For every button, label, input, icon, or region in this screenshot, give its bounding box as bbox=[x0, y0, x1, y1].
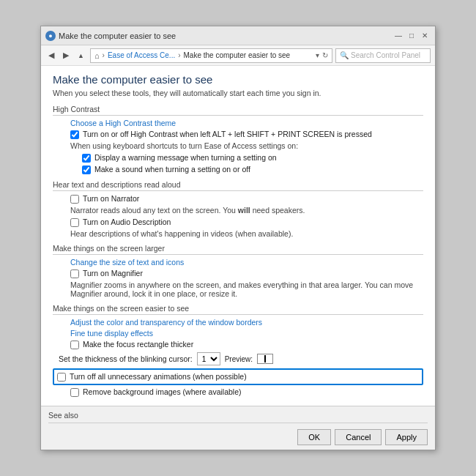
cursor-thickness-row: Set the thickness of the blinking cursor… bbox=[59, 352, 423, 365]
page-title: Make the computer easier to see bbox=[53, 73, 423, 86]
checkbox-warning-message: Display a warning message when turning a… bbox=[82, 153, 423, 163]
page-subtitle: When you select these tools, they will a… bbox=[53, 89, 423, 97]
checkbox-high-contrast-shortcut-input[interactable] bbox=[70, 130, 79, 139]
cancel-button[interactable]: Cancel bbox=[335, 429, 382, 445]
dropdown-arrow[interactable]: ▾ bbox=[316, 51, 319, 59]
keyboard-shortcut-description: When using keyboard shortcuts to turn Ea… bbox=[70, 141, 423, 150]
checkbox-focus-rectangle: Make the focus rectangle thicker bbox=[70, 340, 423, 349]
link-color-transparency[interactable]: Adjust the color and transparency of the… bbox=[70, 318, 423, 327]
narrator-description: Narrator reads aloud any text on the scr… bbox=[70, 206, 423, 215]
search-box[interactable]: 🔍 Search Control Panel bbox=[335, 48, 431, 63]
section-high-contrast: High Contrast bbox=[53, 105, 423, 116]
checkbox-warning-message-label: Display a warning message when turning a… bbox=[94, 153, 277, 162]
checkbox-make-sound-label: Make a sound when turning a setting on o… bbox=[94, 165, 250, 174]
checkbox-magnifier-input[interactable] bbox=[70, 269, 79, 278]
section-magnifier: Make things on the screen larger bbox=[53, 244, 423, 255]
section-easier-to-see: Make things on the screen easier to see bbox=[53, 304, 423, 315]
checkbox-narrator-label: Turn on Narrator bbox=[83, 194, 139, 203]
main-window: ● Make the computer easier to see — □ ✕ … bbox=[40, 26, 436, 450]
magnifier-description: Magnifier zooms in anywhere on the scree… bbox=[70, 280, 423, 298]
checkbox-background-images-label: Remove background images (where availabl… bbox=[83, 387, 242, 396]
apply-button[interactable]: Apply bbox=[385, 429, 428, 445]
minimize-button[interactable]: — bbox=[393, 30, 404, 42]
close-button[interactable]: ✕ bbox=[419, 30, 431, 42]
title-bar: ● Make the computer easier to see — □ ✕ bbox=[41, 26, 435, 45]
checkbox-focus-rectangle-input[interactable] bbox=[70, 341, 79, 349]
breadcrumb-separator-2: › bbox=[178, 51, 180, 59]
checkbox-narrator-input[interactable] bbox=[70, 195, 79, 204]
checkbox-animations: Turn off all unnecessary animations (whe… bbox=[57, 372, 419, 382]
checkbox-animations-input[interactable] bbox=[57, 373, 66, 382]
search-icon: 🔍 bbox=[340, 51, 349, 59]
cursor-thickness-select[interactable]: 1 2 3 4 5 bbox=[197, 352, 220, 365]
section-narrator: Hear text and descriptions read aloud bbox=[53, 180, 423, 191]
checkbox-magnifier: Turn on Magnifier bbox=[70, 269, 423, 278]
audio-description-description: Hear descriptions of what's happening in… bbox=[70, 229, 423, 238]
highlighted-animations-row: Turn off all unnecessary animations (whe… bbox=[53, 368, 423, 385]
see-also: See also bbox=[48, 411, 428, 423]
bottom-bar: See also OK Cancel Apply bbox=[41, 406, 435, 450]
home-icon: ⌂ bbox=[94, 51, 100, 60]
breadcrumb-current: Make the computer easier to see bbox=[184, 51, 291, 59]
checkbox-focus-rectangle-label: Make the focus rectangle thicker bbox=[83, 340, 193, 349]
address-bar[interactable]: ⌂ › Ease of Access Ce... › Make the comp… bbox=[90, 48, 332, 63]
checkbox-audio-description: Turn on Audio Description bbox=[70, 217, 423, 227]
cursor-preview-box bbox=[257, 354, 273, 364]
link-high-contrast-theme[interactable]: Choose a High Contrast theme bbox=[70, 119, 423, 127]
up-button[interactable]: ▲ bbox=[75, 51, 87, 61]
breadcrumb-separator-1: › bbox=[103, 51, 105, 59]
back-button[interactable]: ◀ bbox=[45, 49, 57, 62]
checkbox-high-contrast-shortcut: Turn on or off High Contrast when left A… bbox=[70, 130, 423, 139]
checkbox-audio-description-input[interactable] bbox=[70, 218, 79, 227]
forward-button[interactable]: ▶ bbox=[60, 49, 72, 62]
checkbox-narrator: Turn on Narrator bbox=[70, 194, 423, 204]
cursor-preview-label: Preview: bbox=[225, 355, 253, 363]
checkbox-make-sound: Make a sound when turning a setting on o… bbox=[82, 165, 423, 174]
checkbox-high-contrast-shortcut-label: Turn on or off High Contrast when left A… bbox=[83, 130, 372, 138]
search-placeholder: Search Control Panel bbox=[351, 51, 420, 59]
checkbox-background-images-input[interactable] bbox=[70, 388, 79, 397]
checkbox-warning-message-input[interactable] bbox=[82, 154, 91, 163]
checkbox-make-sound-input[interactable] bbox=[82, 166, 91, 174]
content-area: Make the computer easier to see When you… bbox=[41, 66, 435, 406]
link-text-and-icons[interactable]: Change the size of text and icons bbox=[70, 258, 423, 267]
link-fine-tune-display[interactable]: Fine tune display effects bbox=[70, 329, 423, 338]
cursor-preview-cursor bbox=[264, 355, 266, 362]
maximize-button[interactable]: □ bbox=[406, 30, 417, 42]
ok-button[interactable]: OK bbox=[297, 429, 331, 445]
button-row: OK Cancel Apply bbox=[48, 429, 428, 445]
cursor-thickness-label: Set the thickness of the blinking cursor… bbox=[59, 354, 193, 363]
nav-bar: ◀ ▶ ▲ ⌂ › Ease of Access Ce... › Make th… bbox=[41, 45, 435, 66]
title-bar-left: ● Make the computer easier to see bbox=[45, 31, 176, 41]
window-title: Make the computer easier to see bbox=[59, 31, 176, 40]
window-icon: ● bbox=[45, 31, 56, 41]
checkbox-magnifier-label: Turn on Magnifier bbox=[83, 269, 143, 278]
refresh-icon[interactable]: ↻ bbox=[322, 51, 328, 59]
title-bar-controls: — □ ✕ bbox=[393, 30, 431, 42]
checkbox-audio-description-label: Turn on Audio Description bbox=[83, 217, 171, 226]
narrator-will-text: will bbox=[238, 206, 250, 215]
checkbox-background-images: Remove background images (where availabl… bbox=[70, 387, 423, 397]
breadcrumb-ease-of-access[interactable]: Ease of Access Ce... bbox=[108, 51, 175, 59]
checkbox-animations-label: Turn off all unnecessary animations (whe… bbox=[70, 372, 247, 381]
